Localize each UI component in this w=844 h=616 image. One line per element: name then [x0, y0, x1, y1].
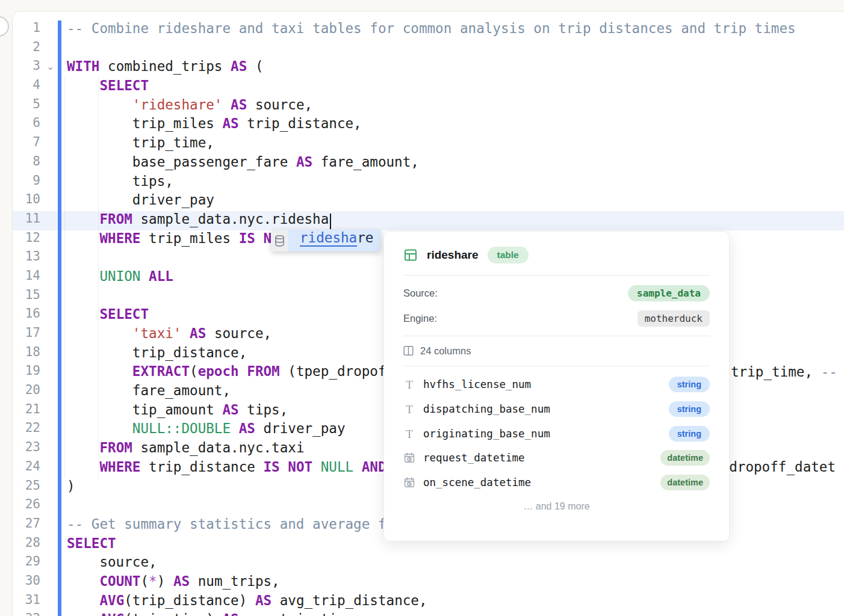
code-text: 'taxi' AS source, [67, 325, 272, 345]
code-text: SELECT [67, 78, 149, 97]
autocomplete-rest-text: re [357, 230, 373, 245]
code-text: AVG(trip_distance) AS avg_trip_distance, [67, 593, 427, 612]
code-line[interactable]: 6 trip_miles AS trip_distance, [13, 116, 844, 135]
source-row: Source: sample_data [403, 285, 710, 301]
text-type-icon: T [403, 428, 415, 440]
code-line[interactable]: 11 FROM sample_data.nyc.ridesha [13, 211, 844, 230]
line-number: 16 [13, 306, 40, 325]
line-number: 12 [13, 230, 40, 250]
code-line[interactable]: 1-- Combine rideshare and taxi tables fo… [13, 20, 844, 40]
line-number: 21 [13, 402, 40, 421]
source-label: Source: [403, 288, 438, 299]
code-text: source, [67, 554, 157, 573]
database-icon [271, 230, 288, 251]
divider [403, 275, 710, 276]
code-text: tips, [67, 173, 173, 192]
code-text: 'rideshare' AS source, [67, 97, 312, 116]
code-text: NULL::DOUBLE AS driver_pay [67, 420, 346, 440]
code-text: COUNT(*) AS num_trips, [67, 573, 280, 593]
line-number: 5 [13, 97, 40, 116]
line-number: 18 [13, 345, 40, 364]
fold-chevron-icon[interactable]: ⌄ [46, 57, 54, 76]
columns-count-row: 24 columns [403, 343, 710, 358]
code-text: base_passenger_fare AS fare_amount, [67, 154, 419, 173]
code-line[interactable]: 7 trip_time, [13, 135, 844, 154]
datetime-type-icon [403, 452, 415, 463]
code-overlay-fragment: trip_time, -- [731, 364, 837, 383]
column-row: request_datetimedatetime [403, 449, 710, 466]
engine-value-badge: motherduck [638, 310, 710, 327]
code-text: trip_distance, [67, 345, 247, 364]
code-text: driver_pay [67, 192, 214, 211]
code-text: trip_time, [67, 135, 214, 154]
code-text: -- Combine rideshare and taxi tables for… [67, 20, 796, 40]
source-value-badge: sample_data [628, 285, 710, 301]
code-line[interactable]: 10 driver_pay [13, 192, 844, 211]
line-number: 19 [13, 363, 40, 383]
editor-card: 1-- Combine rideshare and taxi tables fo… [12, 11, 844, 616]
code-text: UNION ALL [67, 268, 173, 288]
code-line[interactable]: 4 SELECT [13, 78, 844, 97]
code-text: SELECT [67, 535, 116, 555]
line-number: 13 [13, 249, 40, 268]
code-line[interactable]: 5 'rideshare' AS source, [13, 97, 844, 116]
line-number: 8 [13, 154, 40, 173]
line-number: 20 [13, 383, 40, 402]
code-line[interactable]: 8 base_passenger_fare AS fare_amount, [13, 154, 844, 173]
code-text: tip_amount AS tips, [67, 402, 288, 421]
code-text: FROM sample_data.nyc.ridesha [67, 211, 329, 230]
code-text: WHERE trip_distance IS NOT NULL AND [67, 459, 386, 478]
line-number: 24 [13, 459, 40, 478]
line-number: 1 [13, 20, 40, 40]
column-name: request_datetime [423, 452, 660, 464]
code-line[interactable]: 32 AVG(trip_time) AS avg_trip_time, [13, 611, 844, 616]
autocomplete-item-rideshare[interactable]: rideshare [288, 230, 381, 251]
code-text: trip_miles AS trip_distance, [67, 116, 362, 135]
code-line[interactable]: 31 AVG(trip_distance) AS avg_trip_distan… [13, 593, 844, 612]
line-number: 30 [13, 573, 40, 593]
edge-partial-control [0, 16, 9, 37]
column-name: originating_base_num [423, 428, 669, 440]
code-line[interactable]: 30 COUNT(*) AS num_trips, [13, 573, 844, 593]
line-number: 23 [13, 440, 40, 459]
column-row: Tdispatching_base_numstring [403, 401, 710, 417]
table-type-badge: table [488, 247, 529, 263]
line-number: 32 [13, 611, 40, 616]
table-icon [403, 248, 418, 262]
column-row: Toriginating_base_numstring [403, 425, 710, 442]
text-type-icon: T [403, 379, 415, 390]
popover-header: rideshare table [403, 246, 710, 264]
code-line[interactable]: 3⌄WITH combined_trips AS ( [13, 58, 844, 78]
code-line[interactable]: 2 [13, 40, 844, 59]
line-number: 28 [13, 535, 40, 555]
line-number: 17 [13, 325, 40, 345]
page: { "colors": { "accent_bar": "#4c83f6", "… [0, 0, 844, 616]
table-info-popover: rideshare table Source: sample_data Engi… [383, 231, 730, 541]
code-line[interactable]: 29 source, [13, 554, 844, 573]
line-number: 3 [13, 58, 40, 78]
line-number: 31 [13, 593, 40, 612]
column-row: Thvfhs_license_numstring [403, 376, 710, 393]
column-name: dispatching_base_num [423, 403, 669, 415]
columns-icon [403, 345, 414, 356]
line-number: 29 [13, 554, 40, 573]
line-number: 22 [13, 420, 40, 440]
gutter-change-bar [58, 20, 61, 616]
line-number: 11 [13, 211, 40, 230]
column-name: hvfhs_license_num [423, 378, 669, 390]
line-number: 27 [13, 516, 40, 535]
column-type-badge: string [669, 426, 710, 442]
popover-title: rideshare [427, 248, 479, 262]
column-type-badge: datetime [660, 450, 710, 466]
columns-count: 24 columns [420, 345, 471, 357]
line-number: 9 [13, 173, 40, 192]
line-number: 25 [13, 478, 40, 497]
autocomplete-match-text: ridesha [300, 230, 357, 247]
engine-label: Engine: [403, 313, 437, 324]
code-line[interactable]: 9 tips, [13, 173, 844, 192]
more-columns-text: … and 19 more [403, 501, 710, 516]
line-number: 26 [13, 497, 40, 516]
code-text: AVG(trip_time) AS avg_trip_time, [67, 611, 362, 616]
line-number: 6 [13, 116, 40, 135]
divider [403, 366, 710, 366]
